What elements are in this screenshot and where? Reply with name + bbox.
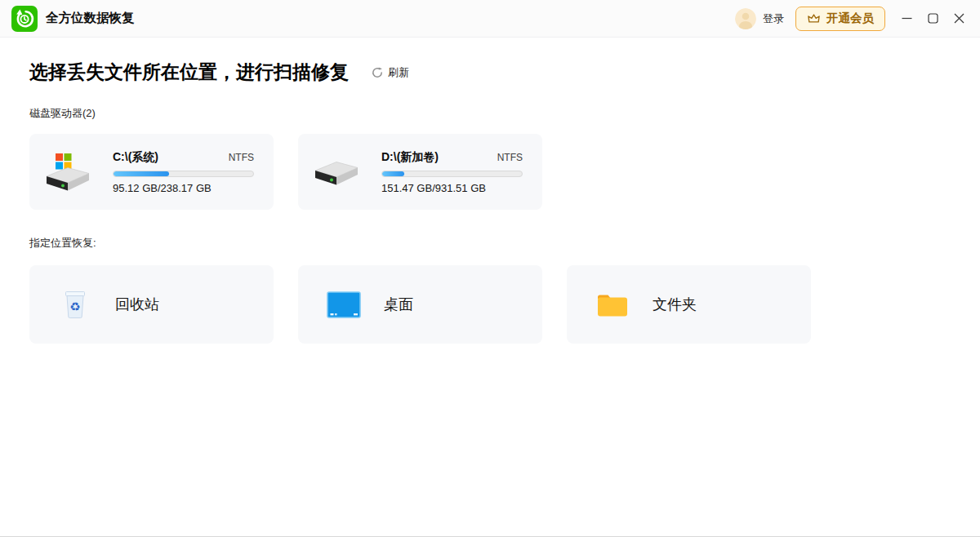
- drive-card-d[interactable]: D:\(新加卷) NTFS 151.47 GB/931.51 GB: [298, 134, 542, 210]
- refresh-label: 刷新: [388, 65, 409, 80]
- windows-logo: [56, 153, 72, 170]
- location-card-folder[interactable]: 文件夹: [567, 265, 811, 344]
- folder-icon: [595, 291, 630, 318]
- drive-usage-bar: [381, 171, 523, 177]
- drive-filesystem: NTFS: [229, 152, 254, 163]
- app-logo-icon: [11, 6, 38, 32]
- app-title: 全方位数据恢复: [46, 10, 135, 27]
- hard-drive-icon: [313, 158, 360, 186]
- vip-button[interactable]: 开通会员: [795, 7, 885, 31]
- titlebar: 全方位数据恢复 登录 开通会员: [0, 0, 980, 38]
- vip-button-label: 开通会员: [826, 11, 874, 26]
- desktop-icon: [326, 291, 362, 318]
- drives-section-label: 磁盘驱动器(2): [29, 106, 951, 121]
- main-content: 选择丢失文件所在位置，进行扫描修复 刷新 磁盘驱动器(2): [0, 60, 980, 344]
- drive-usage-bar: [113, 171, 254, 177]
- drives-row: C:\(系统) NTFS 95.12 GB/238.17 GB: [29, 134, 951, 210]
- location-label: 桌面: [384, 295, 413, 314]
- maximize-button[interactable]: [920, 6, 946, 32]
- drive-usage-text: 151.47 GB/931.51 GB: [381, 182, 523, 194]
- drive-usage-text: 95.12 GB/238.17 GB: [113, 182, 254, 194]
- minimize-button[interactable]: [893, 6, 920, 32]
- locations-section-label: 指定位置恢复:: [29, 236, 951, 251]
- location-card-desktop[interactable]: 桌面: [298, 265, 542, 344]
- location-card-recycle-bin[interactable]: ♻ 回收站: [29, 265, 274, 344]
- drive-card-c[interactable]: C:\(系统) NTFS 95.12 GB/238.17 GB: [29, 134, 274, 210]
- drive-usage-bar-fill: [382, 171, 404, 176]
- window-controls: [893, 6, 972, 32]
- avatar[interactable]: [735, 8, 756, 29]
- drive-usage-bar-fill: [114, 171, 169, 176]
- close-button[interactable]: [946, 6, 972, 32]
- location-label: 文件夹: [653, 295, 697, 314]
- location-label: 回收站: [115, 295, 159, 314]
- drive-name: D:\(新加卷): [381, 150, 439, 165]
- svg-text:♻: ♻: [69, 300, 80, 314]
- recycle-bin-icon: ♻: [57, 290, 93, 319]
- drive-name: C:\(系统): [113, 150, 158, 165]
- drive-filesystem: NTFS: [497, 152, 523, 163]
- refresh-button[interactable]: 刷新: [372, 65, 409, 80]
- page-title: 选择丢失文件所在位置，进行扫描修复: [29, 60, 349, 85]
- login-link[interactable]: 登录: [763, 11, 784, 26]
- locations-row: ♻ 回收站 桌面: [29, 265, 951, 344]
- hard-drive-windows-icon: [44, 153, 91, 192]
- crown-icon: [807, 12, 821, 24]
- refresh-icon: [372, 67, 383, 78]
